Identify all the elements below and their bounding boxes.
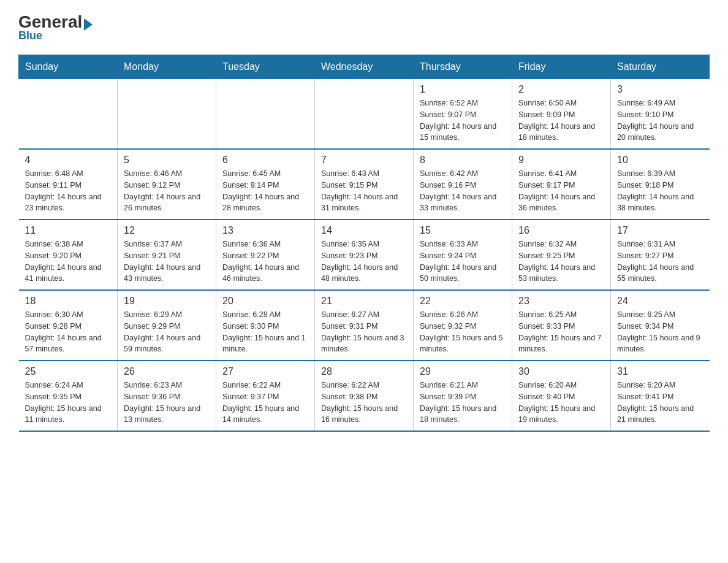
day-info: Sunrise: 6:31 AM Sunset: 9:27 PM Dayligh… [617, 239, 703, 285]
calendar-cell: 16Sunrise: 6:32 AM Sunset: 9:25 PM Dayli… [512, 220, 611, 290]
day-info: Sunrise: 6:27 AM Sunset: 9:31 PM Dayligh… [321, 309, 407, 355]
calendar-cell: 12Sunrise: 6:37 AM Sunset: 9:21 PM Dayli… [118, 220, 216, 290]
day-number: 20 [222, 296, 308, 307]
calendar-cell [216, 79, 315, 150]
weekday-header-row: SundayMondayTuesdayWednesdayThursdayFrid… [19, 55, 710, 79]
day-number: 28 [321, 366, 407, 377]
day-info: Sunrise: 6:48 AM Sunset: 9:11 PM Dayligh… [25, 168, 112, 214]
day-number: 25 [25, 366, 112, 377]
day-number: 23 [518, 296, 604, 307]
day-info: Sunrise: 6:28 AM Sunset: 9:30 PM Dayligh… [222, 309, 308, 355]
day-info: Sunrise: 6:43 AM Sunset: 9:15 PM Dayligh… [321, 168, 407, 214]
weekday-header-wednesday: Wednesday [315, 55, 414, 79]
day-number: 26 [124, 366, 210, 377]
calendar-cell: 4Sunrise: 6:48 AM Sunset: 9:11 PM Daylig… [19, 149, 118, 220]
calendar-cell: 29Sunrise: 6:21 AM Sunset: 9:39 PM Dayli… [414, 361, 512, 431]
calendar-cell: 11Sunrise: 6:38 AM Sunset: 9:20 PM Dayli… [19, 220, 118, 290]
day-number: 29 [420, 366, 506, 377]
calendar-cell: 21Sunrise: 6:27 AM Sunset: 9:31 PM Dayli… [315, 290, 414, 361]
day-number: 17 [617, 225, 703, 236]
calendar-cell: 1Sunrise: 6:52 AM Sunset: 9:07 PM Daylig… [414, 79, 512, 150]
logo-subtitle: Blue [18, 29, 42, 42]
day-number: 4 [25, 155, 112, 166]
day-info: Sunrise: 6:41 AM Sunset: 9:17 PM Dayligh… [518, 168, 604, 214]
day-info: Sunrise: 6:46 AM Sunset: 9:12 PM Dayligh… [124, 168, 210, 214]
logo-arrow-icon [84, 18, 93, 31]
calendar-cell: 9Sunrise: 6:41 AM Sunset: 9:17 PM Daylig… [512, 149, 611, 220]
day-info: Sunrise: 6:25 AM Sunset: 9:34 PM Dayligh… [617, 309, 703, 355]
weekday-header-tuesday: Tuesday [216, 55, 315, 79]
calendar-cell: 20Sunrise: 6:28 AM Sunset: 9:30 PM Dayli… [216, 290, 315, 361]
day-info: Sunrise: 6:33 AM Sunset: 9:24 PM Dayligh… [420, 239, 506, 285]
day-number: 18 [25, 296, 112, 307]
day-info: Sunrise: 6:52 AM Sunset: 9:07 PM Dayligh… [420, 98, 506, 144]
day-number: 7 [321, 155, 407, 166]
day-number: 3 [617, 84, 703, 95]
calendar-cell: 28Sunrise: 6:22 AM Sunset: 9:38 PM Dayli… [315, 361, 414, 431]
day-number: 2 [518, 84, 604, 95]
page-header: General Blue [18, 12, 710, 42]
calendar-cell: 19Sunrise: 6:29 AM Sunset: 9:29 PM Dayli… [118, 290, 216, 361]
day-number: 31 [617, 366, 703, 377]
weekday-header-friday: Friday [512, 55, 611, 79]
calendar-table: SundayMondayTuesdayWednesdayThursdayFrid… [18, 55, 710, 432]
day-info: Sunrise: 6:39 AM Sunset: 9:18 PM Dayligh… [617, 168, 703, 214]
day-number: 9 [518, 155, 604, 166]
day-number: 12 [124, 225, 210, 236]
week-row-2: 4Sunrise: 6:48 AM Sunset: 9:11 PM Daylig… [19, 149, 710, 220]
day-number: 8 [420, 155, 506, 166]
weekday-header-thursday: Thursday [414, 55, 512, 79]
day-info: Sunrise: 6:35 AM Sunset: 9:23 PM Dayligh… [321, 239, 407, 285]
week-row-1: 1Sunrise: 6:52 AM Sunset: 9:07 PM Daylig… [19, 79, 710, 150]
day-info: Sunrise: 6:50 AM Sunset: 9:09 PM Dayligh… [518, 98, 604, 144]
day-number: 27 [222, 366, 308, 377]
week-row-4: 18Sunrise: 6:30 AM Sunset: 9:28 PM Dayli… [19, 290, 710, 361]
calendar-cell: 27Sunrise: 6:22 AM Sunset: 9:37 PM Dayli… [216, 361, 315, 431]
day-number: 21 [321, 296, 407, 307]
day-info: Sunrise: 6:45 AM Sunset: 9:14 PM Dayligh… [222, 168, 308, 214]
day-number: 1 [420, 84, 506, 95]
weekday-header-monday: Monday [118, 55, 216, 79]
day-info: Sunrise: 6:22 AM Sunset: 9:37 PM Dayligh… [222, 380, 308, 426]
logo: General Blue [18, 12, 93, 42]
calendar-cell: 14Sunrise: 6:35 AM Sunset: 9:23 PM Dayli… [315, 220, 414, 290]
day-number: 13 [222, 225, 308, 236]
day-number: 19 [124, 296, 210, 307]
day-info: Sunrise: 6:42 AM Sunset: 9:16 PM Dayligh… [420, 168, 506, 214]
day-info: Sunrise: 6:24 AM Sunset: 9:35 PM Dayligh… [25, 380, 112, 426]
day-info: Sunrise: 6:29 AM Sunset: 9:29 PM Dayligh… [124, 309, 210, 355]
day-info: Sunrise: 6:30 AM Sunset: 9:28 PM Dayligh… [25, 309, 112, 355]
day-number: 6 [222, 155, 308, 166]
calendar-cell: 22Sunrise: 6:26 AM Sunset: 9:32 PM Dayli… [414, 290, 512, 361]
weekday-header-sunday: Sunday [19, 55, 118, 79]
day-info: Sunrise: 6:20 AM Sunset: 9:40 PM Dayligh… [518, 380, 604, 426]
calendar-cell: 31Sunrise: 6:20 AM Sunset: 9:41 PM Dayli… [611, 361, 710, 431]
day-info: Sunrise: 6:20 AM Sunset: 9:41 PM Dayligh… [617, 380, 703, 426]
calendar-cell: 26Sunrise: 6:23 AM Sunset: 9:36 PM Dayli… [118, 361, 216, 431]
calendar-cell: 7Sunrise: 6:43 AM Sunset: 9:15 PM Daylig… [315, 149, 414, 220]
calendar-cell: 8Sunrise: 6:42 AM Sunset: 9:16 PM Daylig… [414, 149, 512, 220]
calendar-cell: 30Sunrise: 6:20 AM Sunset: 9:40 PM Dayli… [512, 361, 611, 431]
day-info: Sunrise: 6:32 AM Sunset: 9:25 PM Dayligh… [518, 239, 604, 285]
day-number: 15 [420, 225, 506, 236]
day-info: Sunrise: 6:26 AM Sunset: 9:32 PM Dayligh… [420, 309, 506, 355]
calendar-cell: 24Sunrise: 6:25 AM Sunset: 9:34 PM Dayli… [611, 290, 710, 361]
day-info: Sunrise: 6:36 AM Sunset: 9:22 PM Dayligh… [222, 239, 308, 285]
calendar-cell: 23Sunrise: 6:25 AM Sunset: 9:33 PM Dayli… [512, 290, 611, 361]
day-number: 11 [25, 225, 112, 236]
day-number: 10 [617, 155, 703, 166]
calendar-cell: 2Sunrise: 6:50 AM Sunset: 9:09 PM Daylig… [512, 79, 611, 150]
calendar-cell: 25Sunrise: 6:24 AM Sunset: 9:35 PM Dayli… [19, 361, 118, 431]
day-info: Sunrise: 6:22 AM Sunset: 9:38 PM Dayligh… [321, 380, 407, 426]
calendar-cell: 17Sunrise: 6:31 AM Sunset: 9:27 PM Dayli… [611, 220, 710, 290]
day-info: Sunrise: 6:37 AM Sunset: 9:21 PM Dayligh… [124, 239, 210, 285]
calendar-cell: 15Sunrise: 6:33 AM Sunset: 9:24 PM Dayli… [414, 220, 512, 290]
day-number: 16 [518, 225, 604, 236]
calendar-cell: 3Sunrise: 6:49 AM Sunset: 9:10 PM Daylig… [611, 79, 710, 150]
day-info: Sunrise: 6:38 AM Sunset: 9:20 PM Dayligh… [25, 239, 112, 285]
calendar-cell: 6Sunrise: 6:45 AM Sunset: 9:14 PM Daylig… [216, 149, 315, 220]
day-number: 24 [617, 296, 703, 307]
day-info: Sunrise: 6:49 AM Sunset: 9:10 PM Dayligh… [617, 98, 703, 144]
weekday-header-saturday: Saturday [611, 55, 710, 79]
day-number: 14 [321, 225, 407, 236]
